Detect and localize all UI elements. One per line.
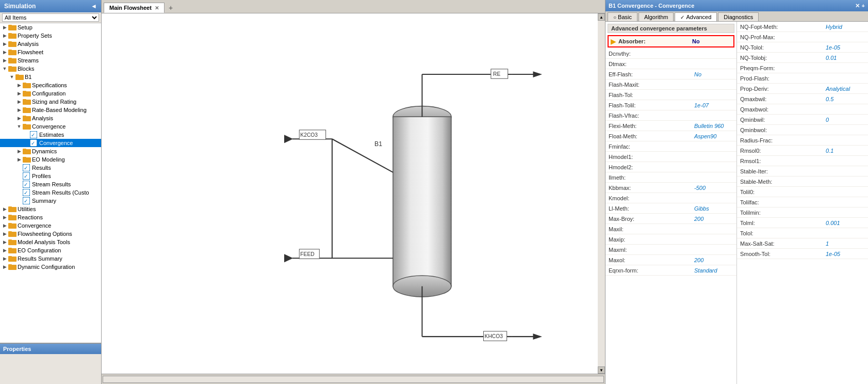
param-row-19[interactable]: Maxip: [605,234,736,245]
param-row-14[interactable]: Kbbmax:-500 [605,183,736,193]
right-param-row-0[interactable]: NQ-Fopt-Meth:Hybrid [737,22,868,32]
param-row-7[interactable]: Flash-Vfrac: [605,110,736,121]
right-param-row-8[interactable]: Qmaxbwol: [737,104,868,115]
tab-add-btn[interactable]: + [166,3,176,13]
tree-arrow-icon[interactable]: ▶ [15,116,23,121]
param-row-18[interactable]: Maxil: [605,224,736,234]
tree-item[interactable]: ✓Convergence [0,139,101,147]
left-panel-collapse-btn[interactable]: ◄ [91,3,97,10]
tree-arrow-icon[interactable]: ▶ [1,41,8,46]
param-row-10[interactable]: Fminfac: [605,141,736,152]
tree-item[interactable]: ✓Summary [0,197,101,205]
param-row-5[interactable]: Flash-Tol: [605,90,736,100]
tree-item[interactable]: ✓Estimates [0,131,101,139]
tree-arrow-icon[interactable]: ▶ [1,264,8,269]
tree-item[interactable]: ▶Streams [0,56,101,65]
tree-arrow-icon[interactable]: ▼ [1,66,8,71]
right-param-row-5[interactable]: Prod-Flash: [737,73,868,84]
param-row-2[interactable]: Dtmax: [605,59,736,69]
right-tab-algorithm[interactable]: Algorithm [638,12,674,21]
tree-item[interactable]: ▶Flowsheet [0,48,101,56]
tree-item[interactable]: ✓Results [0,164,101,172]
tree-item[interactable]: ▶Dynamic Configuration [0,263,101,271]
tree-item[interactable]: ▶Analysis [0,114,101,122]
right-param-row-22[interactable]: Smooth-Tol:1e-05 [737,249,868,259]
param-row-16[interactable]: Ll-Meth:Gibbs [605,203,736,214]
right-param-row-9[interactable]: Qminbwil:0 [737,115,868,125]
tree-item[interactable]: ▶Specifications [0,81,101,89]
right-param-row-15[interactable]: Stable-Meth: [737,177,868,187]
vscroll-down[interactable]: ▼ [598,366,605,374]
tree-item[interactable]: ✓Stream Results (Custo [0,188,101,197]
tree-arrow-icon[interactable]: ▶ [1,239,8,245]
vscroll-up[interactable]: ▲ [598,13,605,21]
tree-arrow-icon[interactable]: ▶ [1,25,8,30]
param-row-21[interactable]: Maxol:200 [605,255,736,265]
tree-item[interactable]: ▼Blocks [0,65,101,73]
tree-item[interactable]: ▶Convergence [0,221,101,230]
hscroll[interactable] [103,376,604,383]
right-param-row-19[interactable]: Tolml:0.001 [737,218,868,228]
right-param-row-4[interactable]: Pheqm-Form: [737,63,868,73]
tree-item[interactable]: ▶Setup [0,23,101,31]
tree-item[interactable]: ▶Property Sets [0,31,101,40]
param-row-22[interactable]: Eqrxn-form:Standard [605,265,736,276]
right-param-row-16[interactable]: Tolil0: [737,187,868,197]
tree-arrow-icon[interactable]: ▶ [1,256,8,261]
tree-arrow-icon[interactable]: ▼ [8,74,15,79]
tree-item[interactable]: ▶Analysis [0,40,101,48]
tree-arrow-icon[interactable]: ▶ [1,231,8,236]
tree-arrow-icon[interactable]: ▶ [15,107,23,113]
tree-item[interactable]: ▶Reactions [0,213,101,221]
param-row-0[interactable]: ▶Absorber:No [608,35,734,47]
right-param-row-14[interactable]: Stable-Iter: [737,166,868,177]
right-param-row-7[interactable]: Qmaxbwil:0.5 [737,94,868,104]
param-row-12[interactable]: Hmodel2: [605,162,736,172]
tree-item[interactable]: ▶Rate-Based Modeling [0,106,101,114]
tree-item[interactable]: ✓Profiles [0,172,101,180]
tree-item[interactable]: ▶Sizing and Rating [0,98,101,106]
right-param-row-1[interactable]: NQ-Prof-Max: [737,32,868,42]
param-row-9[interactable]: Float-Meth:Aspen90 [605,131,736,141]
right-param-row-18[interactable]: Tolilmin: [737,207,868,218]
tree-arrow-icon[interactable]: ▶ [1,248,8,253]
tree-arrow-icon[interactable]: ▶ [1,206,8,212]
right-param-row-12[interactable]: Rmsol0:0.1 [737,146,868,156]
tree-item[interactable]: ✓Stream Results [0,180,101,188]
right-tab-basic[interactable]: ○Basic [608,12,637,21]
param-row-13[interactable]: Ilmeth: [605,172,736,183]
right-param-row-2[interactable]: NQ-Tolol:1e-05 [737,42,868,53]
param-row-11[interactable]: Hmodel1: [605,152,736,162]
right-param-row-10[interactable]: Qminbwol: [737,125,868,135]
right-param-row-3[interactable]: NQ-Tolobj:0.01 [737,53,868,63]
tree-item[interactable]: ▶Model Analysis Tools [0,238,101,246]
tree-item[interactable]: ▶Configuration [0,89,101,98]
tree-arrow-icon[interactable]: ▶ [1,33,8,38]
param-row-20[interactable]: Maxml: [605,245,736,255]
tree-arrow-icon[interactable]: ▶ [15,157,23,162]
tree-arrow-icon[interactable]: ▶ [1,223,8,228]
tab-main-flowsheet-close[interactable]: ✕ [155,5,159,11]
tree-arrow-icon[interactable]: ▶ [1,58,8,63]
tree-arrow-icon[interactable]: ▶ [15,99,23,104]
tree-item[interactable]: ▼Convergence [0,122,101,131]
tree-item[interactable]: ▶Results Summary [0,254,101,263]
right-tab-advanced[interactable]: ✓Advanced [675,12,717,21]
param-row-17[interactable]: Max-Broy:200 [605,214,736,224]
tab-main-flowsheet[interactable]: Main Flowsheet ✕ [104,3,165,13]
flowsheet-vscroll[interactable]: ▲ ▼ [598,13,605,374]
right-panel-add[interactable]: + [862,3,865,9]
tree-arrow-icon[interactable]: ▶ [15,149,23,154]
tree-item[interactable]: ▶EO Configuration [0,246,101,254]
tree-item[interactable]: ▶Flowsheeting Options [0,230,101,238]
right-tab-diagnostics[interactable]: Diagnostics [718,12,759,21]
tree-arrow-icon[interactable]: ▶ [15,91,23,96]
tree-arrow-icon[interactable]: ▼ [15,124,23,129]
tree-item[interactable]: ▼B1 [0,73,101,81]
param-row-4[interactable]: Flash-Maxit: [605,79,736,90]
right-param-row-6[interactable]: Prop-Deriv:Analytical [737,84,868,94]
right-param-row-20[interactable]: Tolol: [737,228,868,238]
tree-item[interactable]: ▶Utilities [0,205,101,213]
tree-arrow-icon[interactable]: ▶ [1,50,8,55]
param-row-6[interactable]: Flash-Tolil:1e-07 [605,100,736,110]
